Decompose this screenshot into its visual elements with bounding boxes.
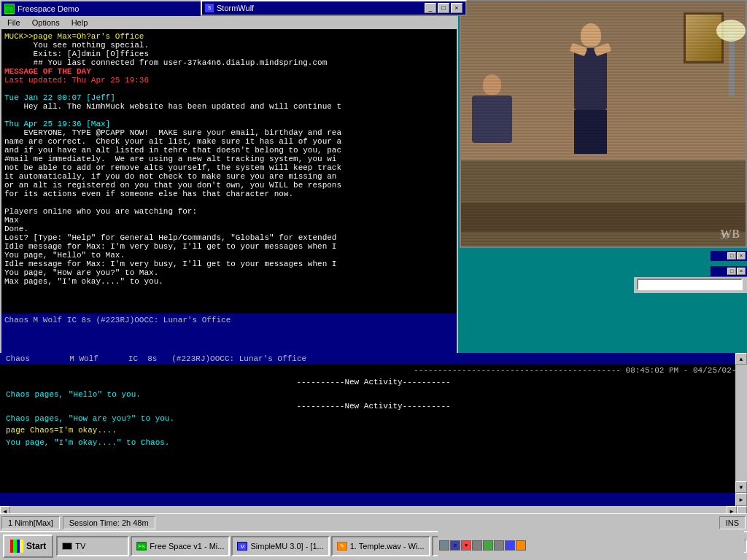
tray-extra-8 (516, 540, 526, 551)
mud-menu-help[interactable]: Help (69, 18, 91, 27)
mud-statusbar: Chaos M Wolf IC 8s (#223RJ)OOCC: Lunar's… (1, 314, 457, 327)
chat-line-5: page Chaos=I'm okay.... (6, 424, 741, 437)
chat-status-bar: Chaos M Wolf IC 8s (#223RJ)OOCC: Lunar's… (0, 353, 747, 365)
chat-line-2: Chaos pages, "Hello" to you. (6, 389, 741, 401)
storm-icon: S (205, 4, 214, 12)
mud-line-20: Done. (4, 225, 454, 233)
tray-extra-6 (494, 540, 504, 551)
mud-line-15: it automatically, if you do not check to… (4, 172, 454, 181)
mud-window: FS Freespace Demo ─ □ × File Options Hel… (0, 0, 458, 372)
status-ins: INS (719, 516, 746, 529)
scroll-down-btn[interactable]: ▼ (735, 481, 747, 493)
chat-status-space2 (101, 354, 125, 363)
mud-menu-options[interactable]: Options (29, 18, 63, 27)
mini-close-btn-2[interactable]: × (737, 268, 746, 275)
mud-line-14: not be able to add or remove alts yourse… (4, 163, 454, 172)
mini-close-btn[interactable]: × (737, 252, 746, 260)
tray-extra-1: 🌐 (439, 540, 449, 551)
mud-line-21: Lost? [Type: "Help" for General Help/Com… (4, 233, 454, 242)
mud-window-icon: FS (4, 4, 15, 14)
mud-status-text: Chaos M Wolf IC 8s (#223RJ)OOCC: Lunar's… (4, 316, 231, 324)
mud-line-9: Thu Apr 25 19:36 [Max] (4, 120, 454, 128)
storm-title: StormWulf (217, 4, 254, 12)
mud-line-4: ## You last connected from user-37ka4n6.… (4, 58, 454, 67)
tray-extra-4 (472, 540, 482, 551)
status-session: Session Time: 2h 48m (63, 516, 155, 529)
tv-channel: 36 (720, 233, 728, 241)
chat-line-1: ----------New Activity---------- (6, 376, 741, 389)
mud-line-11: name are correct. Check your alt list, m… (4, 137, 454, 146)
chat-line-3: ----------New Activity---------- (6, 400, 741, 413)
mud-line-3: Exits: [A]dmin [O]ffices (4, 50, 454, 58)
mud-line-2: You see nothing special. (4, 41, 454, 50)
storm-maximize-btn[interactable]: □ (438, 3, 449, 13)
right-input-field[interactable] (637, 279, 743, 290)
mud-line-18: Players online who you are watching for: (4, 207, 454, 216)
mud-line-23: You page, "Hello" to Max. (4, 251, 454, 260)
chat-status-chaos: Chaos (6, 354, 30, 363)
command-input[interactable] (0, 493, 733, 506)
mud-line-22: Idle message for Max: I'm very busy, I'l… (4, 242, 454, 251)
mud-line-12: and if you have an alt listed in tehre t… (4, 146, 454, 155)
mud-line-26: Max pages, "I'm okay...." to you. (4, 277, 454, 286)
taskbar-secondary-region (0, 531, 438, 560)
tray-extra-2: e (450, 540, 460, 551)
chat-status-mwolf: M Wolf (69, 354, 98, 363)
right-input-area (634, 277, 747, 293)
extra-tray: 🌐 e ♥ (438, 531, 744, 560)
mud-line-7: Tue Jan 22 00:07 [Jeff] (4, 93, 454, 102)
tray-extra-icons: 🌐 e ♥ (439, 540, 526, 551)
mud-line-16: or an alt is registered on you that you … (4, 181, 454, 190)
storm-close-btn[interactable]: × (451, 3, 462, 13)
mud-menu-file[interactable]: File (4, 18, 23, 27)
mud-window-title: Freespace Demo (18, 4, 79, 13)
mud-line-1: MUCK>>page Max=Oh?ar's Office (4, 32, 454, 41)
chat-area: Chaos M Wolf IC 8s (#223RJ)OOCC: Lunar's… (0, 353, 747, 493)
status-bar: 1 Nimh[Max] Session Time: 2h 48m INS (0, 513, 747, 531)
mud-line-5: MESSAGE OF THE DAY (4, 67, 454, 76)
mud-line-13: #mail me immediately. We are using a new… (4, 155, 454, 163)
storm-window: S StormWulf _ □ × (201, 0, 467, 16)
status-nimh: 1 Nimh[Max] (1, 516, 60, 529)
input-area: ► (0, 493, 747, 506)
tray-extra-7 (505, 540, 515, 551)
chat-line-6: You page, "I'm okay...." to Chaos. (6, 437, 741, 449)
tray-extra-3: ♥ (461, 540, 471, 551)
scroll-up-btn[interactable]: ▲ (735, 353, 747, 365)
mud-line-19: Max (4, 216, 454, 225)
mud-line-6: Last updated: Thu Apr 25 19:36 (4, 76, 454, 85)
desktop: WB 36 □ × □ × FS Freespa (0, 0, 747, 560)
mud-menubar: File Options Help (1, 16, 457, 29)
timestamp-text: 08:45:02 PM - 04/25/02 (626, 366, 732, 375)
chat-content: ----------New Activity---------- Chaos p… (0, 376, 747, 448)
mini-window-1: □ × (711, 251, 747, 261)
mud-line-24: Idle message for Max: I'm very busy, I'l… (4, 260, 454, 268)
tv-window: WB 36 (460, 0, 747, 248)
mud-line-17: for its actions even if someone else has… (4, 190, 454, 198)
tray-extra-5 (483, 540, 493, 551)
chat-status-space1 (33, 354, 66, 363)
mini-restore-btn-2[interactable]: □ (727, 268, 736, 275)
chat-line-4: Chaos pages, "How are you?" to you. (6, 413, 741, 425)
mud-content: MUCK>>page Max=Oh?ar's Office You see no… (1, 29, 457, 314)
chat-status-ic: IC 8s (#223RJ)OOCC: Lunar's Office (128, 354, 306, 363)
mud-line-10: EVERYONE, TYPE @PCAPP NOW! MAKE sure you… (4, 128, 454, 137)
mud-line-25: You page, "How are you?" to Max. (4, 268, 454, 277)
chat-scrollbar: ▲ ▼ (735, 353, 747, 493)
mini-restore-btn[interactable]: □ (727, 252, 736, 260)
mini-window-2: □ × (711, 266, 747, 276)
input-scrollbar: ► (735, 493, 747, 506)
chat-timestamp: ----------------------------------------… (0, 365, 747, 376)
storm-minimize-btn[interactable]: _ (425, 3, 436, 13)
mud-line-8: Hey all. The NimhMuck website has been u… (4, 102, 454, 111)
